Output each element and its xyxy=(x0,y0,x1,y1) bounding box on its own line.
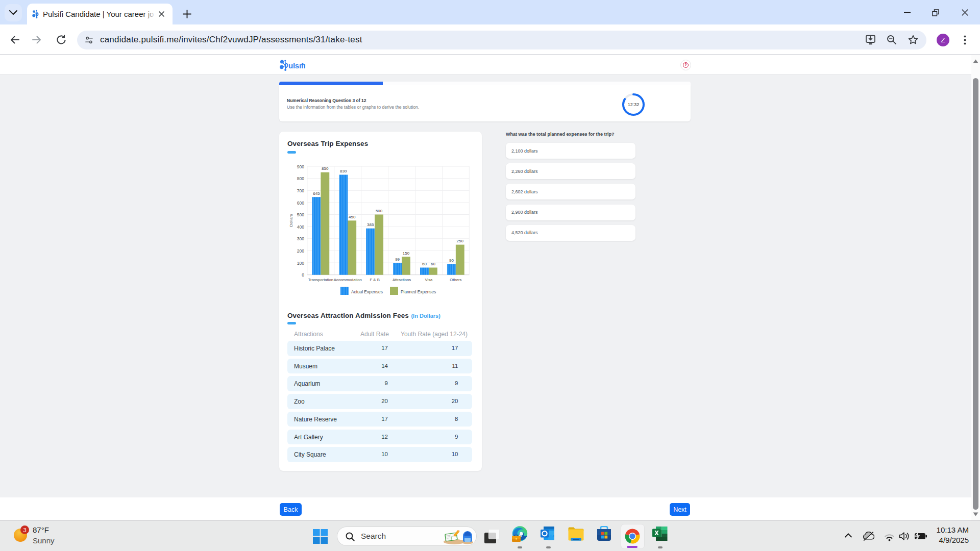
svg-text:Attractions: Attractions xyxy=(393,278,411,282)
svg-text:Visa: Visa xyxy=(425,278,433,282)
svg-text:300: 300 xyxy=(297,236,304,241)
svg-text:Planned Expenses: Planned Expenses xyxy=(401,289,436,294)
svg-text:60: 60 xyxy=(422,262,427,266)
svg-text:600: 600 xyxy=(297,201,304,206)
svg-text:500: 500 xyxy=(297,212,304,217)
svg-text:385: 385 xyxy=(367,222,374,227)
svg-text:500: 500 xyxy=(376,209,383,213)
svg-text:F & B: F & B xyxy=(370,278,380,282)
svg-text:90: 90 xyxy=(449,258,454,263)
svg-text:150: 150 xyxy=(403,251,410,256)
svg-text:450: 450 xyxy=(349,215,356,219)
svg-text:400: 400 xyxy=(297,224,304,230)
svg-text:Actual Expenses: Actual Expenses xyxy=(351,289,383,294)
svg-text:100: 100 xyxy=(297,261,304,266)
svg-text:200: 200 xyxy=(297,248,304,254)
svg-text:Transportation: Transportation xyxy=(308,278,333,282)
svg-text:Dollars: Dollars xyxy=(289,214,293,227)
svg-text:ulsıfı: ulsıfı xyxy=(288,61,306,70)
svg-text:800: 800 xyxy=(297,176,304,181)
svg-text:60: 60 xyxy=(431,262,435,266)
svg-text:0: 0 xyxy=(302,272,304,278)
svg-text:Accommodation: Accommodation xyxy=(334,278,362,282)
svg-text:645: 645 xyxy=(313,191,320,196)
svg-text:Others: Others xyxy=(450,278,461,282)
svg-text:850: 850 xyxy=(322,166,329,171)
svg-text:99: 99 xyxy=(395,257,400,262)
svg-text:700: 700 xyxy=(297,188,304,193)
svg-text:250: 250 xyxy=(457,239,464,243)
svg-text:12:32: 12:32 xyxy=(628,102,640,107)
svg-text:900: 900 xyxy=(297,164,304,169)
svg-text:830: 830 xyxy=(340,169,347,173)
